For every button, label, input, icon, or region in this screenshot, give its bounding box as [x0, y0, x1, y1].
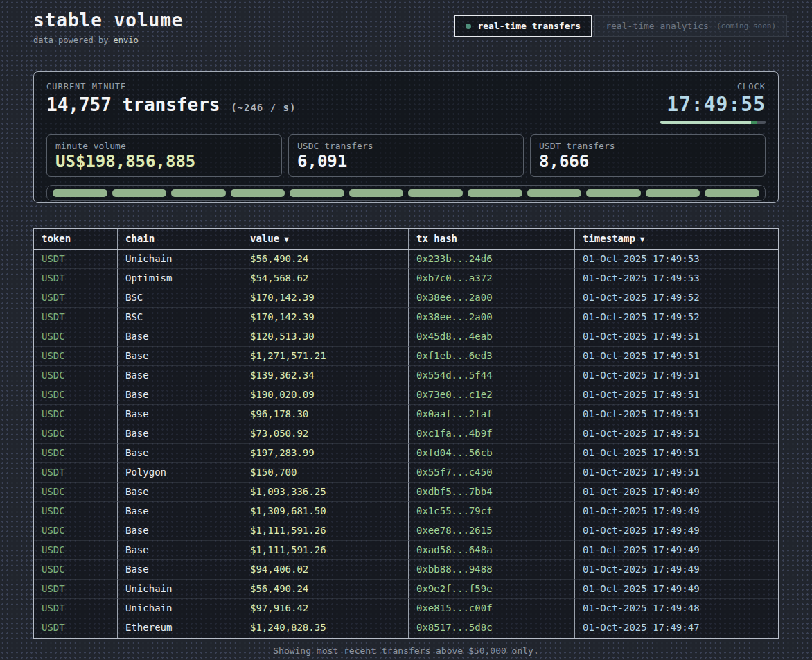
cell-chain: BSC: [118, 308, 242, 327]
cell-chain: Base: [118, 521, 242, 541]
cell-tx-hash[interactable]: 0x38ee...2a00: [409, 288, 575, 308]
cell-chain: Unichain: [118, 580, 242, 599]
cell-timestamp: 01-Oct-2025 17:49:51: [575, 444, 778, 463]
cell-tx-hash[interactable]: 0x9e2f...f59e: [409, 580, 575, 599]
cell-timestamp: 01-Oct-2025 17:49:49: [575, 580, 778, 599]
cell-timestamp: 01-Oct-2025 17:49:49: [575, 560, 778, 580]
cell-value: $1,111,591.26: [242, 541, 409, 560]
current-minute-panel: CURRENT MINUTE 14,757 transfers (~246 / …: [33, 71, 779, 203]
stat-box-usdt-transfers: USDT transfers 8,666: [530, 134, 766, 177]
clock-time: 17:49:55: [660, 93, 766, 116]
cell-value: $97,916.42: [242, 599, 409, 618]
cell-timestamp: 01-Oct-2025 17:49:47: [575, 618, 778, 638]
minute-progress-segment: [705, 189, 759, 197]
cell-value: $73,050.92: [242, 424, 409, 444]
cell-timestamp: 01-Oct-2025 17:49:51: [575, 463, 778, 483]
cell-timestamp: 01-Oct-2025 17:49:51: [575, 405, 778, 424]
minute-progress-segment: [112, 189, 167, 197]
cell-value: $94,406.02: [242, 560, 409, 580]
cell-tx-hash[interactable]: 0xad58...648a: [409, 541, 575, 560]
stat-box-value: 6,091: [297, 152, 515, 171]
cell-timestamp: 01-Oct-2025 17:49:51: [575, 385, 778, 405]
tab-bar: real-time transfers real-time analytics …: [454, 15, 787, 37]
cell-value: $56,490.24: [242, 580, 409, 599]
minute-progress: [46, 185, 766, 201]
minute-progress-segment: [527, 189, 582, 197]
header-chain: chain: [118, 229, 242, 249]
transfers-table: token chain value▼ tx hash timestamp▼ US…: [33, 228, 779, 639]
table-row: USDC Base $190,020.09 0x73e0...c1e2 01-O…: [34, 385, 778, 405]
header-token: token: [34, 229, 118, 249]
cell-timestamp: 01-Oct-2025 17:49:52: [575, 308, 778, 327]
cell-tx-hash[interactable]: 0x554d...5f44: [409, 366, 575, 385]
cell-timestamp: 01-Oct-2025 17:49:51: [575, 366, 778, 385]
cell-tx-hash[interactable]: 0xdbf5...7bb4: [409, 483, 575, 502]
cell-tx-hash[interactable]: 0x8517...5d8c: [409, 618, 575, 638]
cell-tx-hash[interactable]: 0x73e0...c1e2: [409, 385, 575, 405]
tab-label: real-time analytics: [606, 21, 709, 31]
tab-real-time-analytics[interactable]: real-time analytics (coming soon): [594, 15, 787, 37]
table-row: USDT Unichain $56,490.24 0x233b...24d6 0…: [34, 250, 778, 269]
tab-real-time-transfers[interactable]: real-time transfers: [454, 15, 592, 37]
cell-timestamp: 01-Oct-2025 17:49:49: [575, 521, 778, 541]
cell-token: USDC: [34, 521, 118, 541]
table-row: USDC Base $1,271,571.21 0xf1eb...6ed3 01…: [34, 347, 778, 366]
cell-timestamp: 01-Oct-2025 17:49:51: [575, 347, 778, 366]
cell-token: USDT: [34, 269, 118, 288]
cell-value: $120,513.30: [242, 327, 409, 347]
clock-progress-tip: [751, 121, 757, 124]
cell-tx-hash[interactable]: 0xc1fa...4b9f: [409, 424, 575, 444]
cell-timestamp: 01-Oct-2025 17:49:53: [575, 269, 778, 288]
cell-token: USDC: [34, 483, 118, 502]
cell-tx-hash[interactable]: 0x233b...24d6: [409, 250, 575, 269]
table-row: USDC Base $139,362.34 0x554d...5f44 01-O…: [34, 366, 778, 385]
cell-tx-hash[interactable]: 0xe815...c00f: [409, 599, 575, 618]
cell-tx-hash[interactable]: 0x55f7...c450: [409, 463, 575, 483]
cell-token: USDC: [34, 560, 118, 580]
cell-tx-hash[interactable]: 0x38ee...2a00: [409, 308, 575, 327]
page-title: stable volume: [33, 10, 184, 31]
current-minute-stats: CURRENT MINUTE 14,757 transfers (~246 / …: [46, 82, 296, 124]
cell-tx-hash[interactable]: 0xfd04...56cb: [409, 444, 575, 463]
cell-token: USDC: [34, 327, 118, 347]
cell-value: $56,490.24: [242, 250, 409, 269]
table-row: USDC Base $94,406.02 0xbb88...9488 01-Oc…: [34, 560, 778, 580]
cell-value: $150,700: [242, 463, 409, 483]
table-row: USDC Base $96,178.30 0x0aaf...2faf 01-Oc…: [34, 405, 778, 424]
cell-timestamp: 01-Oct-2025 17:49:49: [575, 483, 778, 502]
envio-link[interactable]: envio: [114, 35, 139, 45]
clock-label: CLOCK: [660, 82, 766, 92]
brand: stable volume data powered by envio: [33, 10, 184, 45]
table-row: USDT BSC $170,142.39 0x38ee...2a00 01-Oc…: [34, 308, 778, 327]
cell-chain: Base: [118, 405, 242, 424]
cell-timestamp: 01-Oct-2025 17:49:51: [575, 327, 778, 347]
cell-tx-hash[interactable]: 0x0aaf...2faf: [409, 405, 575, 424]
table-row: USDT Optimism $54,568.62 0xb7c0...a372 0…: [34, 269, 778, 288]
cell-tx-hash[interactable]: 0xb7c0...a372: [409, 269, 575, 288]
header-timestamp[interactable]: timestamp▼: [575, 229, 778, 249]
cell-token: USDC: [34, 385, 118, 405]
cell-value: $1,093,336.25: [242, 483, 409, 502]
cell-timestamp: 01-Oct-2025 17:49:51: [575, 424, 778, 444]
cell-chain: Ethereum: [118, 618, 242, 638]
header-value[interactable]: value▼: [242, 229, 409, 249]
cell-token: USDC: [34, 347, 118, 366]
stat-boxes: minute volume US$198,856,885 USDC transf…: [46, 134, 766, 177]
transfers-count-line: 14,757 transfers (~246 / s): [46, 94, 296, 115]
table-row: USDC Base $1,093,336.25 0xdbf5...7bb4 01…: [34, 483, 778, 502]
cell-chain: Base: [118, 327, 242, 347]
cell-value: $190,020.09: [242, 385, 409, 405]
cell-token: USDC: [34, 444, 118, 463]
table-row: USDT BSC $170,142.39 0x38ee...2a00 01-Oc…: [34, 288, 778, 308]
cell-chain: Polygon: [118, 463, 242, 483]
cell-tx-hash[interactable]: 0x1c55...79cf: [409, 502, 575, 521]
cell-token: USDT: [34, 618, 118, 638]
cell-tx-hash[interactable]: 0xbb88...9488: [409, 560, 575, 580]
cell-tx-hash[interactable]: 0x45d8...4eab: [409, 327, 575, 347]
cell-token: USDT: [34, 308, 118, 327]
table-row: USDT Unichain $56,490.24 0x9e2f...f59e 0…: [34, 580, 778, 599]
cell-tx-hash[interactable]: 0xf1eb...6ed3: [409, 347, 575, 366]
cell-token: USDT: [34, 580, 118, 599]
cell-tx-hash[interactable]: 0xee78...2615: [409, 521, 575, 541]
table-header: token chain value▼ tx hash timestamp▼: [34, 229, 778, 250]
